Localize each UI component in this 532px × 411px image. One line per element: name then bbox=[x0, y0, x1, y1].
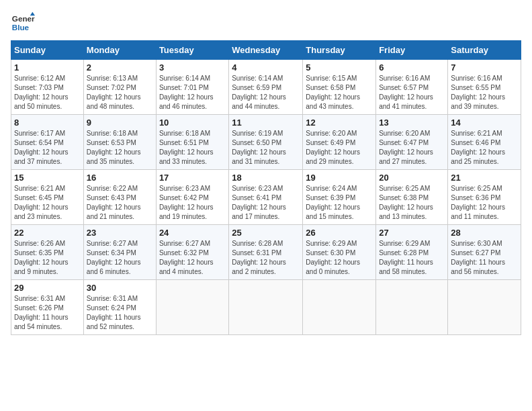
day-number: 11 bbox=[232, 118, 300, 128]
table-row: 15Sunrise: 6:21 AM Sunset: 6:45 PM Dayli… bbox=[11, 170, 84, 225]
day-number: 9 bbox=[87, 118, 153, 128]
day-number: 21 bbox=[451, 173, 518, 183]
day-number: 8 bbox=[14, 118, 81, 128]
day-header-tuesday: Tuesday bbox=[156, 41, 228, 60]
day-number: 4 bbox=[232, 62, 300, 73]
table-row bbox=[229, 280, 303, 335]
table-row: 2Sunrise: 6:13 AM Sunset: 7:02 PM Daylig… bbox=[83, 60, 156, 115]
table-row: 4Sunrise: 6:14 AM Sunset: 6:59 PM Daylig… bbox=[229, 60, 303, 115]
day-number: 22 bbox=[14, 228, 81, 238]
table-row: 9Sunrise: 6:18 AM Sunset: 6:53 PM Daylig… bbox=[83, 115, 156, 170]
day-info: Sunrise: 6:16 AM Sunset: 6:55 PM Dayligh… bbox=[451, 74, 518, 111]
table-row: 1Sunrise: 6:12 AM Sunset: 7:03 PM Daylig… bbox=[11, 60, 84, 115]
day-info: Sunrise: 6:30 AM Sunset: 6:27 PM Dayligh… bbox=[451, 239, 518, 277]
day-info: Sunrise: 6:26 AM Sunset: 6:35 PM Dayligh… bbox=[14, 239, 81, 277]
day-info: Sunrise: 6:21 AM Sunset: 6:45 PM Dayligh… bbox=[14, 184, 81, 222]
table-row: 11Sunrise: 6:19 AM Sunset: 6:50 PM Dayli… bbox=[229, 115, 303, 170]
day-number: 6 bbox=[379, 62, 445, 73]
day-number: 24 bbox=[159, 228, 226, 238]
day-info: Sunrise: 6:20 AM Sunset: 6:49 PM Dayligh… bbox=[306, 129, 373, 167]
table-row: 17Sunrise: 6:23 AM Sunset: 6:42 PM Dayli… bbox=[156, 170, 228, 225]
day-number: 13 bbox=[379, 118, 445, 128]
day-info: Sunrise: 6:29 AM Sunset: 6:28 PM Dayligh… bbox=[379, 239, 445, 277]
day-info: Sunrise: 6:13 AM Sunset: 7:02 PM Dayligh… bbox=[87, 74, 153, 111]
table-row: 16Sunrise: 6:22 AM Sunset: 6:43 PM Dayli… bbox=[83, 170, 156, 225]
day-number: 29 bbox=[14, 283, 81, 293]
header: General Blue bbox=[11, 11, 521, 35]
table-row: 13Sunrise: 6:20 AM Sunset: 6:47 PM Dayli… bbox=[376, 115, 448, 170]
day-number: 12 bbox=[306, 118, 373, 128]
table-row: 6Sunrise: 6:16 AM Sunset: 6:57 PM Daylig… bbox=[376, 60, 448, 115]
day-number: 20 bbox=[379, 173, 445, 183]
day-info: Sunrise: 6:27 AM Sunset: 6:32 PM Dayligh… bbox=[159, 239, 226, 277]
table-row: 26Sunrise: 6:29 AM Sunset: 6:30 PM Dayli… bbox=[303, 225, 376, 280]
table-row: 10Sunrise: 6:18 AM Sunset: 6:51 PM Dayli… bbox=[156, 115, 228, 170]
day-number: 16 bbox=[87, 173, 153, 183]
day-info: Sunrise: 6:31 AM Sunset: 6:24 PM Dayligh… bbox=[87, 294, 153, 332]
day-number: 7 bbox=[451, 62, 518, 73]
day-number: 25 bbox=[232, 228, 300, 238]
day-info: Sunrise: 6:28 AM Sunset: 6:31 PM Dayligh… bbox=[232, 239, 300, 277]
day-info: Sunrise: 6:25 AM Sunset: 6:36 PM Dayligh… bbox=[451, 184, 518, 222]
day-info: Sunrise: 6:14 AM Sunset: 6:59 PM Dayligh… bbox=[232, 74, 300, 111]
table-row: 25Sunrise: 6:28 AM Sunset: 6:31 PM Dayli… bbox=[229, 225, 303, 280]
table-row: 14Sunrise: 6:21 AM Sunset: 6:46 PM Dayli… bbox=[448, 115, 521, 170]
day-info: Sunrise: 6:18 AM Sunset: 6:51 PM Dayligh… bbox=[159, 129, 226, 167]
table-row: 22Sunrise: 6:26 AM Sunset: 6:35 PM Dayli… bbox=[11, 225, 84, 280]
day-info: Sunrise: 6:20 AM Sunset: 6:47 PM Dayligh… bbox=[379, 129, 445, 167]
table-row: 23Sunrise: 6:27 AM Sunset: 6:34 PM Dayli… bbox=[83, 225, 156, 280]
day-number: 14 bbox=[451, 118, 518, 128]
table-row: 21Sunrise: 6:25 AM Sunset: 6:36 PM Dayli… bbox=[448, 170, 521, 225]
svg-text:Blue: Blue bbox=[12, 23, 30, 32]
day-info: Sunrise: 6:29 AM Sunset: 6:30 PM Dayligh… bbox=[306, 239, 373, 277]
day-info: Sunrise: 6:12 AM Sunset: 7:03 PM Dayligh… bbox=[14, 74, 81, 111]
day-number: 1 bbox=[14, 62, 81, 73]
logo-icon: General Blue bbox=[11, 11, 35, 35]
day-number: 30 bbox=[87, 283, 153, 293]
table-row: 12Sunrise: 6:20 AM Sunset: 6:49 PM Dayli… bbox=[303, 115, 376, 170]
table-row: 19Sunrise: 6:24 AM Sunset: 6:39 PM Dayli… bbox=[303, 170, 376, 225]
day-info: Sunrise: 6:15 AM Sunset: 6:58 PM Dayligh… bbox=[306, 74, 373, 111]
day-number: 2 bbox=[87, 62, 153, 73]
table-row: 20Sunrise: 6:25 AM Sunset: 6:38 PM Dayli… bbox=[376, 170, 448, 225]
day-info: Sunrise: 6:16 AM Sunset: 6:57 PM Dayligh… bbox=[379, 74, 445, 111]
table-row: 8Sunrise: 6:17 AM Sunset: 6:54 PM Daylig… bbox=[11, 115, 84, 170]
day-header-monday: Monday bbox=[83, 41, 156, 60]
day-info: Sunrise: 6:23 AM Sunset: 6:41 PM Dayligh… bbox=[232, 184, 300, 222]
day-info: Sunrise: 6:17 AM Sunset: 6:54 PM Dayligh… bbox=[14, 129, 81, 167]
day-number: 27 bbox=[379, 228, 445, 238]
table-row: 28Sunrise: 6:30 AM Sunset: 6:27 PM Dayli… bbox=[448, 225, 521, 280]
day-number: 19 bbox=[306, 173, 373, 183]
table-row: 3Sunrise: 6:14 AM Sunset: 7:01 PM Daylig… bbox=[156, 60, 228, 115]
day-info: Sunrise: 6:25 AM Sunset: 6:38 PM Dayligh… bbox=[379, 184, 445, 222]
day-number: 15 bbox=[14, 173, 81, 183]
day-header-saturday: Saturday bbox=[448, 41, 521, 60]
day-info: Sunrise: 6:23 AM Sunset: 6:42 PM Dayligh… bbox=[159, 184, 226, 222]
table-row bbox=[303, 280, 376, 335]
table-row: 27Sunrise: 6:29 AM Sunset: 6:28 PM Dayli… bbox=[376, 225, 448, 280]
day-info: Sunrise: 6:21 AM Sunset: 6:46 PM Dayligh… bbox=[451, 129, 518, 167]
day-info: Sunrise: 6:19 AM Sunset: 6:50 PM Dayligh… bbox=[232, 129, 300, 167]
day-header-friday: Friday bbox=[376, 41, 448, 60]
table-row bbox=[156, 280, 228, 335]
day-info: Sunrise: 6:24 AM Sunset: 6:39 PM Dayligh… bbox=[306, 184, 373, 222]
table-row: 5Sunrise: 6:15 AM Sunset: 6:58 PM Daylig… bbox=[303, 60, 376, 115]
day-info: Sunrise: 6:18 AM Sunset: 6:53 PM Dayligh… bbox=[87, 129, 153, 167]
calendar: SundayMondayTuesdayWednesdayThursdayFrid… bbox=[11, 40, 521, 335]
day-number: 17 bbox=[159, 173, 226, 183]
table-row: 7Sunrise: 6:16 AM Sunset: 6:55 PM Daylig… bbox=[448, 60, 521, 115]
day-number: 5 bbox=[306, 62, 373, 73]
day-info: Sunrise: 6:31 AM Sunset: 6:26 PM Dayligh… bbox=[14, 294, 81, 332]
day-number: 26 bbox=[306, 228, 373, 238]
day-header-thursday: Thursday bbox=[303, 41, 376, 60]
table-row bbox=[376, 280, 448, 335]
table-row: 24Sunrise: 6:27 AM Sunset: 6:32 PM Dayli… bbox=[156, 225, 228, 280]
day-number: 23 bbox=[87, 228, 153, 238]
day-info: Sunrise: 6:22 AM Sunset: 6:43 PM Dayligh… bbox=[87, 184, 153, 222]
table-row: 18Sunrise: 6:23 AM Sunset: 6:41 PM Dayli… bbox=[229, 170, 303, 225]
day-number: 10 bbox=[159, 118, 226, 128]
table-row: 30Sunrise: 6:31 AM Sunset: 6:24 PM Dayli… bbox=[83, 280, 156, 335]
day-number: 28 bbox=[451, 228, 518, 238]
logo: General Blue bbox=[11, 11, 35, 35]
day-number: 3 bbox=[159, 62, 226, 73]
